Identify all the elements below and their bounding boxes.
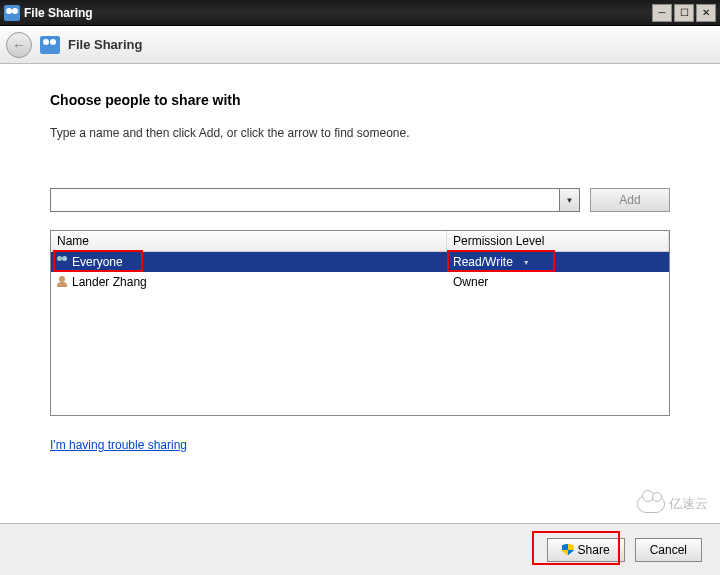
table-header: Name Permission Level [51,231,669,252]
name-input[interactable] [51,189,559,211]
content-area: Choose people to share with Type a name … [0,64,720,463]
share-button[interactable]: Share [547,538,625,562]
cell-name: Everyone [51,255,447,269]
user-name: Everyone [72,255,123,269]
add-button[interactable]: Add [590,188,670,212]
permission-value: Owner [453,275,488,289]
chevron-down-icon: ▼ [523,259,530,266]
page-subtext: Type a name and then click Add, or click… [50,126,670,140]
column-permission[interactable]: Permission Level [447,231,669,251]
name-dropdown-button[interactable]: ▼ [559,189,579,211]
shield-icon [562,544,574,556]
back-button[interactable]: ← [6,32,32,58]
name-combobox[interactable]: ▼ [50,188,580,212]
chevron-down-icon: ▼ [566,196,574,205]
add-user-row: ▼ Add [50,188,670,212]
permission-value: Read/Write [453,255,513,269]
dialog-footer: Share Cancel [0,523,720,575]
watermark: 亿速云 [637,495,708,513]
back-arrow-icon: ← [12,37,26,53]
window-titlebar: File Sharing ─ ☐ ✕ [0,0,720,26]
watermark-text: 亿速云 [669,495,708,513]
people-table: Name Permission Level Everyone Read/Writ… [50,230,670,416]
user-name: Lander Zhang [72,275,147,289]
cancel-button[interactable]: Cancel [635,538,702,562]
window-title: File Sharing [24,6,652,20]
table-row[interactable]: Lander Zhang Owner [51,272,669,292]
group-icon [55,256,69,268]
minimize-button[interactable]: ─ [652,4,672,22]
header-title: File Sharing [68,37,142,52]
maximize-button[interactable]: ☐ [674,4,694,22]
column-name[interactable]: Name [51,231,447,251]
cell-name: Lander Zhang [51,275,447,289]
trouble-sharing-link[interactable]: I'm having trouble sharing [50,438,187,452]
cell-permission[interactable]: Read/Write ▼ [447,255,669,269]
cloud-icon [637,495,665,513]
user-icon [55,276,69,288]
dialog-header: ← File Sharing [0,26,720,64]
file-sharing-icon [4,5,20,21]
table-row[interactable]: Everyone Read/Write ▼ [51,252,669,272]
file-sharing-icon [40,36,60,54]
cell-permission: Owner [447,275,669,289]
close-button[interactable]: ✕ [696,4,716,22]
page-heading: Choose people to share with [50,92,670,108]
share-label: Share [578,543,610,557]
